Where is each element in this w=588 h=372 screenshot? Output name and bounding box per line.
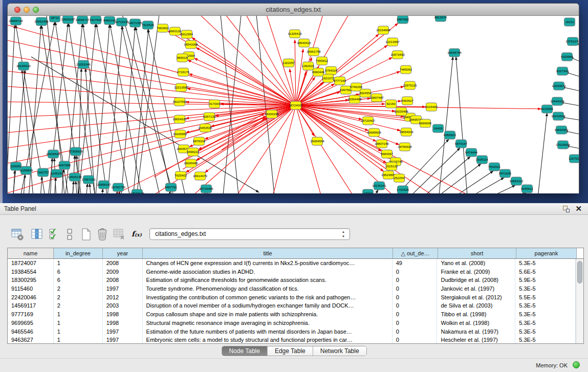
graph-node[interactable]: 7485063 xyxy=(400,65,412,74)
graph-node[interactable]: 16961758 xyxy=(307,48,321,56)
close-panel-icon[interactable]: ✕ xyxy=(575,204,582,213)
tab-edge-table[interactable]: Edge Table xyxy=(268,346,313,356)
column-header-year[interactable]: year xyxy=(103,248,143,258)
graph-node[interactable]: 989016 xyxy=(177,54,188,62)
graph-node[interactable]: 335081 xyxy=(11,162,21,170)
table-scrollbar-thumb[interactable] xyxy=(577,261,582,283)
graph-node[interactable]: 18107553 xyxy=(172,98,187,106)
graph-node[interactable]: 14671355 xyxy=(128,19,142,27)
graph-node[interactable]: 9457791 xyxy=(165,183,178,191)
graph-node[interactable]: 2718176 xyxy=(177,68,190,76)
graph-node[interactable]: 2887682 xyxy=(397,16,409,24)
graph-node[interactable]: 1322057 xyxy=(282,59,295,67)
graph-node[interactable]: 7625402 xyxy=(175,171,187,180)
graph-node[interactable]: 16782759 xyxy=(111,183,125,191)
graph-node[interactable]: 14353535 xyxy=(198,124,212,132)
graph-node[interactable]: 15720407 xyxy=(361,117,375,125)
table-row[interactable]: 911546021997Tourette syndrome. Phenomeno… xyxy=(8,285,576,293)
graph-node[interactable]: 11325419 xyxy=(288,30,302,38)
graph-node[interactable]: 20364486 xyxy=(347,95,362,103)
graph-node[interactable]: 21053346 xyxy=(76,60,91,69)
memory-status-indicator[interactable] xyxy=(573,361,580,368)
graph-node[interactable]: 10688609 xyxy=(367,128,381,137)
graph-node[interactable]: 8813074 xyxy=(434,16,447,21)
graph-node[interactable]: 1615132 xyxy=(385,162,398,170)
graph-node[interactable]: 9794024 xyxy=(325,67,338,75)
graph-node[interactable]: 15716485 xyxy=(199,185,213,193)
new-file-icon[interactable] xyxy=(79,227,93,242)
graph-node[interactable]: 10655287 xyxy=(61,16,75,24)
graph-node[interactable]: 12923448 xyxy=(130,189,144,193)
graph-node[interactable]: 15692951 xyxy=(554,126,569,134)
graph-node[interactable]: 12213967 xyxy=(385,38,400,46)
graph-node[interactable]: 7515526 xyxy=(142,21,155,29)
column-header-title[interactable]: title xyxy=(143,248,393,258)
graph-node[interactable]: 8471636 xyxy=(499,169,512,178)
graph-node[interactable]: 9097588 xyxy=(58,161,71,169)
graph-node[interactable]: 16543388 xyxy=(184,40,198,49)
graph-node[interactable]: 17359928 xyxy=(69,147,83,156)
graph-node[interactable]: 7632621 xyxy=(488,163,501,171)
float-panel-icon[interactable] xyxy=(563,206,570,212)
select-checkboxes-icon[interactable] xyxy=(47,227,61,242)
graph-node[interactable]: 16648784 xyxy=(447,49,462,57)
table-scrollbar[interactable] xyxy=(576,259,583,343)
graph-node[interactable]: 20691406 xyxy=(34,17,49,26)
graph-node[interactable]: 10719155 xyxy=(115,18,129,26)
graph-node[interactable]: 10973493 xyxy=(390,51,405,59)
graph-node[interactable]: 20206526 xyxy=(46,150,60,158)
graph-node[interactable]: 9329966 xyxy=(561,53,574,61)
graph-node[interactable]: 16405 xyxy=(433,124,444,133)
table-column-icon[interactable] xyxy=(30,227,44,242)
table-row[interactable]: 969969511998Structural magnetic resonanc… xyxy=(8,319,576,327)
tab-network-table[interactable]: Network Table xyxy=(313,346,366,356)
window-titlebar[interactable]: citations_edges.txt xyxy=(8,4,579,16)
graph-node[interactable]: 18807249 xyxy=(375,140,389,148)
combobox-spinner-icon[interactable]: ▲▼ xyxy=(342,230,345,239)
graph-node[interactable]: 19654935 xyxy=(172,115,187,123)
graph-node[interactable]: 8466160 xyxy=(103,16,116,25)
column-header-short[interactable]: short xyxy=(438,248,516,258)
graph-node[interactable]: 19756928 xyxy=(398,143,412,151)
graph-node[interactable]: 9699695 xyxy=(419,119,432,127)
graph-node[interactable]: 62160 xyxy=(386,100,397,108)
row-height-icon[interactable] xyxy=(62,227,77,242)
graph-node[interactable]: 10807487 xyxy=(369,94,384,102)
graph-node[interactable]: 26160510 xyxy=(16,62,31,70)
graph-node[interactable]: 16914479 xyxy=(193,172,207,180)
graph-node[interactable]: 9498222 xyxy=(187,148,200,156)
graph-node[interactable]: 2935114 xyxy=(476,156,488,164)
graph-node[interactable]: 12975115 xyxy=(403,81,417,90)
table-row[interactable]: 1938455462009Genome-wide association stu… xyxy=(8,268,576,276)
graph-node[interactable]: 19565717 xyxy=(75,16,90,24)
graph-node[interactable]: 1167533 xyxy=(569,155,579,163)
graph-node[interactable]: 16154808 xyxy=(376,26,390,34)
table-row[interactable]: 1456911722003Disruption of a novel membe… xyxy=(8,301,576,310)
graph-node[interactable]: 16099489 xyxy=(184,159,198,167)
citation-network-graph[interactable]: 2405572420691406187111065528719565717152… xyxy=(8,16,579,193)
graph-node[interactable]: 1942757 xyxy=(37,168,50,177)
graph-node[interactable]: 16958187 xyxy=(97,181,111,189)
graph-node[interactable]: 19384554 xyxy=(310,137,324,145)
function-builder-icon[interactable]: f(x) xyxy=(132,230,142,238)
tab-node-table[interactable]: Node Table xyxy=(222,346,268,356)
graph-node[interactable]: 18724007 xyxy=(289,101,303,110)
graph-node[interactable]: 9684067 xyxy=(381,150,394,158)
graph-node[interactable]: 17016504 xyxy=(556,141,570,149)
graph-node[interactable]: 18211 xyxy=(564,18,575,26)
graph-node[interactable]: 18640910 xyxy=(297,39,311,47)
graph-node[interactable]: 6879197 xyxy=(455,140,468,148)
graph-node[interactable]: 24055724 xyxy=(9,17,23,25)
graph-node[interactable]: 1733426 xyxy=(397,186,409,193)
graph-node[interactable]: 9777169 xyxy=(334,77,346,85)
graph-node[interactable]: 12505135 xyxy=(68,173,82,181)
table-row[interactable]: 977716911998Corpus callosum shape and si… xyxy=(8,310,576,319)
graph-node[interactable]: 19654923 xyxy=(399,128,413,136)
graph-node[interactable]: 8215955 xyxy=(541,105,554,113)
graph-node[interactable]: 7663822 xyxy=(157,24,169,32)
graph-node[interactable]: 9245612 xyxy=(521,185,534,193)
graph-node[interactable]: 1362615 xyxy=(302,62,315,70)
network-canvas[interactable]: 2405572420691406187111065528719565717152… xyxy=(8,16,579,193)
column-header-pagerank[interactable]: pagerank xyxy=(516,248,577,258)
graph-node[interactable]: 10025488 xyxy=(394,107,408,116)
